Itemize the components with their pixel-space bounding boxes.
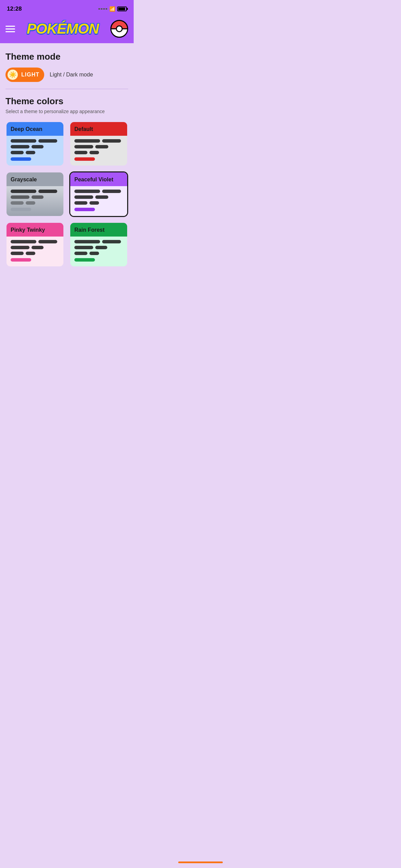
theme-card-rain-forest[interactable]: Rain Forest	[69, 222, 128, 267]
theme-mode-toggle-row: ☀️ LIGHT Light / Dark mode	[5, 68, 128, 82]
status-time: 12:28	[7, 5, 22, 12]
theme-card-grayscale[interactable]: Grayscale	[5, 171, 64, 217]
main-content: Theme mode ☀️ LIGHT Light / Dark mode Th…	[0, 43, 134, 295]
theme-card-header-deep-ocean: Deep Ocean	[7, 122, 63, 136]
theme-card-header-pinky-twinky: Pinky Twinky	[7, 223, 63, 237]
app-header: POKÉMON	[0, 16, 134, 43]
toggle-description: Light / Dark mode	[50, 72, 93, 78]
theme-mode-toggle[interactable]: ☀️ LIGHT	[5, 68, 44, 82]
signal-icon	[98, 8, 107, 10]
pokeball-button[interactable]	[110, 20, 128, 38]
theme-card-deep-ocean[interactable]: Deep Ocean	[5, 121, 64, 167]
status-bar: 12:28 📶	[0, 0, 134, 16]
theme-card-default[interactable]: Default	[69, 121, 128, 167]
theme-colors-title: Theme colors	[5, 96, 128, 107]
theme-card-peaceful-violet[interactable]: Peaceful Violet	[69, 171, 128, 217]
theme-card-pinky-twinky[interactable]: Pinky Twinky	[5, 222, 64, 267]
battery-icon	[117, 7, 127, 11]
theme-card-body-deep-ocean	[7, 136, 63, 166]
theme-card-header-rain-forest: Rain Forest	[70, 223, 127, 237]
theme-grid: Deep Ocean Default Grayscale	[5, 121, 128, 267]
wifi-icon: 📶	[109, 6, 115, 12]
theme-card-body-grayscale	[7, 186, 63, 216]
theme-colors-subtitle: Select a theme to personalize app appear…	[5, 109, 128, 114]
theme-card-body-default	[70, 136, 127, 166]
theme-card-body-pinky-twinky	[7, 237, 63, 266]
theme-card-header-default: Default	[70, 122, 127, 136]
theme-card-header-peaceful-violet: Peaceful Violet	[70, 172, 127, 186]
hamburger-menu-button[interactable]	[5, 26, 15, 32]
toggle-label: LIGHT	[21, 72, 39, 78]
pokemon-logo: POKÉMON	[27, 21, 99, 37]
status-icons: 📶	[98, 6, 127, 12]
theme-card-body-rain-forest	[70, 237, 127, 266]
theme-card-body-peaceful-violet	[70, 186, 127, 216]
divider	[5, 89, 128, 89]
sun-icon: ☀️	[7, 69, 19, 81]
theme-mode-title: Theme mode	[5, 51, 128, 62]
theme-card-header-grayscale: Grayscale	[7, 172, 63, 186]
